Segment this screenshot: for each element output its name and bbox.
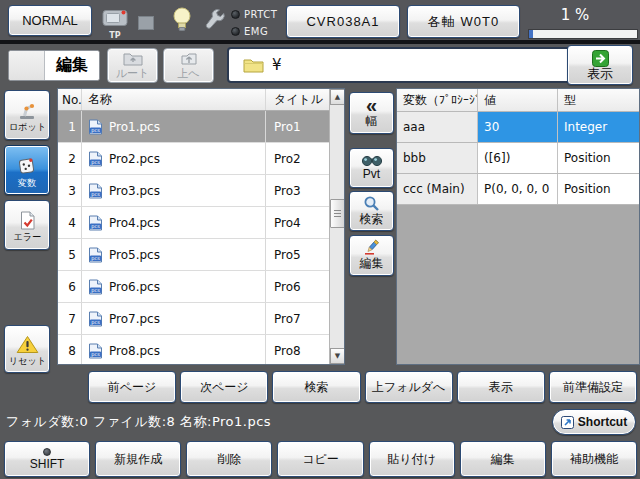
paste-button[interactable]: 貼り付け [369,441,455,477]
variable-name: aaa [397,112,478,142]
status-info: フォルダ数:0 ファイル数:8 名称:Pro1.pcs [0,413,271,431]
next-page-button[interactable]: 次ページ [180,371,268,403]
new-file-button[interactable]: 新規作成 [95,441,181,477]
root-folder-button[interactable]: ルート [107,48,158,83]
tab-edit[interactable]: 編集 [45,51,99,80]
row-title: Pro8 [266,335,331,365]
mode-button[interactable]: NORMAL [8,5,92,36]
col-title: タイトル [266,89,331,110]
warning-icon [16,335,39,354]
row-name: pcs Pro4.pcs [82,207,266,238]
table-row[interactable]: 5 pcs Pro5.pcs Pro5 [58,239,331,271]
pcs-file-icon: pcs [88,215,103,231]
sidebar-item-reset[interactable]: リセット [4,325,50,373]
pvt-button[interactable]: Pvt [349,148,394,188]
shift-button[interactable]: SHIFT [4,441,90,477]
tab-blank[interactable] [9,51,45,80]
scroll-down-button[interactable]: ▼ [330,348,345,364]
scroll-thumb[interactable] [330,199,345,228]
parent-folder-button[interactable]: 上フォルダへ [365,371,453,403]
svg-text:pcs: pcs [91,159,100,166]
table-row[interactable]: 3 pcs Pro3.pcs Pro3 [58,175,331,207]
program-name-button[interactable]: CVR038A1 [286,5,400,38]
edit-side-button[interactable]: 編集 [349,235,394,276]
sidebar-item-robot[interactable]: ロボット [4,90,50,140]
row-no: 2 [58,143,82,174]
svg-text:pcs: pcs [91,287,100,294]
page-button-row: 前ページ 次ページ 検索 上フォルダへ 表示 前準備設定 [88,371,637,403]
svg-text:pcs: pcs [91,351,100,358]
tp-status: TP [101,8,129,40]
width-button-label: 幅 [366,113,378,130]
row-title: Pro6 [266,271,331,302]
table-row[interactable]: 6 pcs Pro6.pcs Pro6 [58,271,331,303]
table-row[interactable]: 7 pcs Pro7.pcs Pro7 [58,303,331,335]
wrench-icon [203,7,225,38]
stop-square-icon [138,16,154,30]
table-row[interactable]: 4 pcs Pro4.pcs Pro4 [58,207,331,239]
show-button[interactable]: 表示 [457,371,545,403]
robot-icon [17,101,37,120]
chevron-left-icon: « [366,97,377,113]
binoculars-icon [361,155,383,167]
sidebar-error-label: エラー [13,231,41,241]
tp-label: TP [101,32,129,40]
variable-row[interactable]: bbb ([6]) Position [397,143,639,174]
variable-value[interactable]: ([6]) [478,143,558,173]
sidebar-item-variables[interactable]: 変数 [4,145,50,195]
edit-button[interactable]: 編集 [460,441,546,477]
shift-led-icon [43,448,51,456]
file-name: Pro7.pcs [109,312,160,326]
delete-button[interactable]: 削除 [186,441,272,477]
show-button-top[interactable]: 表示 [567,45,633,85]
pvt-button-label: Pvt [363,167,380,181]
edit-side-label: 編集 [360,255,384,272]
row-name: pcs Pro7.pcs [82,303,266,334]
row-name: pcs Pro1.pcs [82,111,266,142]
axis-mode-button[interactable]: 各軸 W0T0 [407,5,520,38]
file-list-scrollbar[interactable]: ▲ ▼ [329,89,344,364]
file-table: No. 名称 タイトル 1 pcs Pro1.pcs Pro1 2 pcs Pr… [58,89,331,365]
table-row[interactable]: 1 pcs Pro1.pcs Pro1 [58,111,331,143]
file-name: Pro6.pcs [109,280,160,294]
aux-function-button[interactable]: 補助機能 [551,441,637,477]
table-row[interactable]: 2 pcs Pro2.pcs Pro2 [58,143,331,175]
search-side-button[interactable]: 検索 [349,191,394,231]
pencil-icon [364,239,380,255]
folder-path-field[interactable]: ¥ [227,47,575,83]
variable-value[interactable]: 30 [478,112,558,142]
sidebar-robot-label: ロボット [8,121,46,131]
copy-button[interactable]: コピー [277,441,363,477]
folder-up-icon [179,51,199,66]
variable-row[interactable]: aaa 30 Integer [397,112,639,143]
status-bar: フォルダ数:0 ファイル数:8 名称:Pro1.pcs Shortcut [0,405,640,439]
search-button[interactable]: 検索 [272,371,360,403]
file-list-panel: No. 名称 タイトル 1 pcs Pro1.pcs Pro1 2 pcs Pr… [57,88,345,365]
preparation-settings-button[interactable]: 前準備設定 [549,371,637,403]
speed-progress-bar [528,29,638,39]
collapse-width-button[interactable]: « 幅 [349,92,394,134]
sidebar-item-error[interactable]: エラー [4,200,50,250]
variable-table-header: 変数（ﾌﾟﾛｼｰｼﾞｬ） 値 型 [397,89,639,112]
show-button-top-label: 表示 [587,67,613,80]
variable-name: bbb [397,143,478,173]
variable-value[interactable]: P(0, 0, 0, 0 [478,174,558,204]
variable-type: Position [558,174,639,204]
file-name: Pro8.pcs [109,344,160,358]
shortcut-button[interactable]: Shortcut [552,409,636,435]
top-divider [0,40,640,44]
row-name: pcs Pro5.pcs [82,239,266,270]
folder-root-icon [123,51,143,66]
pcs-file-icon: pcs [88,247,103,263]
variable-row[interactable]: ccc (Main) P(0, 0, 0, 0 Position [397,174,639,205]
shortcut-button-label: Shortcut [578,415,627,429]
pcs-file-icon: pcs [88,119,103,135]
shift-button-label: SHIFT [30,457,65,471]
folder-icon [243,57,264,73]
teach-pendant-screen: NORMAL TP PRTCT [0,0,640,479]
pcs-file-icon: pcs [88,343,103,359]
table-row[interactable]: 8 pcs Pro8.pcs Pro8 [58,335,331,365]
prev-page-button[interactable]: 前ページ [88,371,176,403]
up-folder-button[interactable]: 上へ [163,48,214,83]
scroll-up-button[interactable]: ▲ [330,89,345,105]
